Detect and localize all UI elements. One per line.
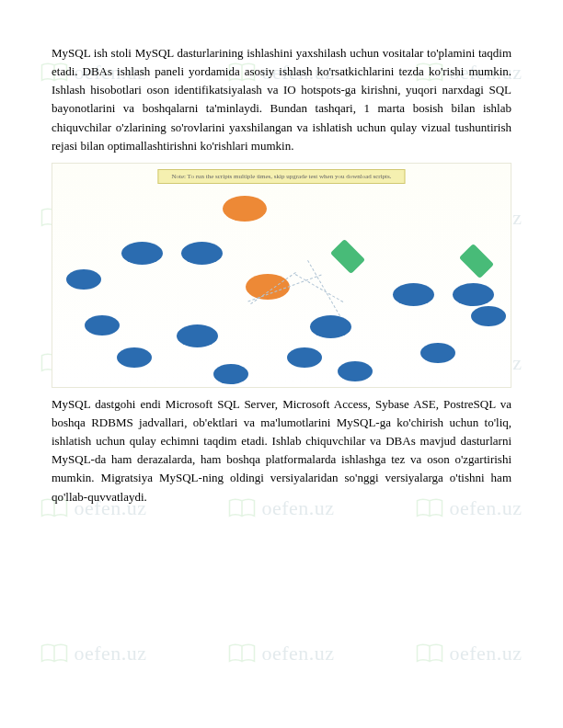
diagram-node — [213, 364, 248, 384]
diagram-node — [246, 274, 290, 300]
book-icon — [40, 643, 68, 665]
watermark-text: oefen.uz — [261, 642, 334, 665]
diagram-decision-node — [459, 244, 494, 279]
diagram-node — [66, 269, 101, 290]
watermark-text: oefen.uz — [449, 642, 522, 665]
watermark-text: oefen.uz — [74, 642, 146, 665]
diagram-node — [287, 347, 322, 368]
diagram-connector — [307, 260, 340, 316]
diagram-node — [420, 343, 455, 363]
watermark-item: oefen.uz — [416, 642, 522, 665]
diagram-node — [223, 196, 267, 222]
diagram-node — [177, 324, 218, 347]
diagram-node — [453, 283, 494, 306]
diagram-node — [117, 347, 152, 368]
book-icon — [416, 643, 443, 665]
diagram-node — [338, 361, 373, 381]
diagram-node — [393, 283, 434, 306]
diagram-node — [85, 315, 120, 336]
diagram-node — [471, 306, 506, 326]
document-content: MySQL ish stoli MySQL dasturlarining ish… — [0, 0, 563, 506]
diagram-decision-node — [330, 239, 365, 274]
paragraph-2: MySQL dastgohi endi Microsoft SQL Server… — [52, 395, 511, 506]
diagram-title: Note: To run the scripts multiple times,… — [157, 169, 405, 184]
watermark-item: oefen.uz — [228, 642, 334, 665]
diagram-node — [310, 315, 351, 338]
diagram-node — [121, 242, 163, 265]
watermark-item: oefen.uz — [40, 642, 146, 665]
diagram-connector — [295, 274, 343, 302]
flowchart-diagram: Note: To run the scripts multiple times,… — [52, 163, 511, 388]
diagram-node — [181, 242, 223, 265]
book-icon — [228, 643, 256, 665]
paragraph-1: MySQL ish stoli MySQL dasturlarining ish… — [52, 44, 511, 155]
